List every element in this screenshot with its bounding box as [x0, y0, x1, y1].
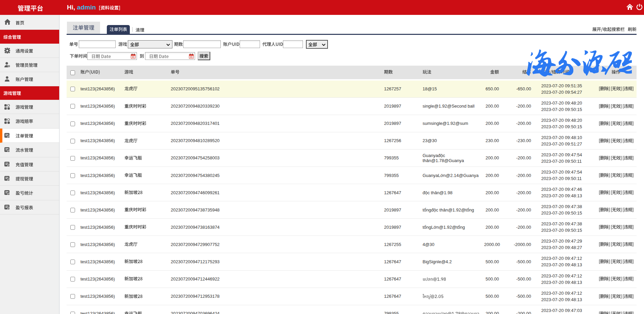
svg-text:31: 31: [132, 55, 135, 59]
svg-text:31: 31: [190, 55, 193, 59]
